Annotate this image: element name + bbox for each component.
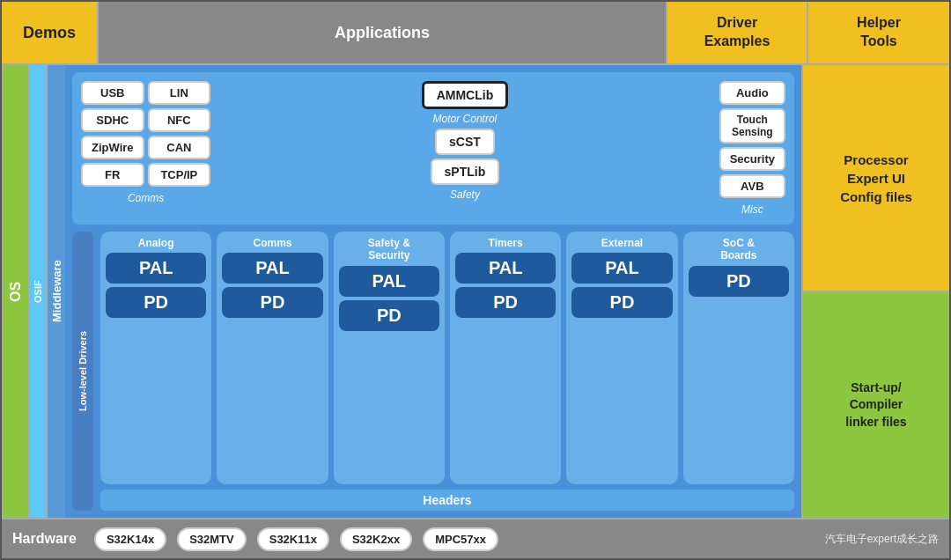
left-labels: OS OSIF Middleware <box>2 65 65 518</box>
top-row: Demos Applications DriverExamples Helper… <box>2 2 949 65</box>
misc-sublabel: Misc <box>719 203 785 216</box>
middleware-area: USB LIN SDHC NFC ZipWire CAN FR TCP/IP C… <box>72 72 794 225</box>
chip-s32mtv: S32MTV <box>177 527 247 551</box>
tcpip-box: TCP/IP <box>148 163 211 187</box>
startup-compiler-label: Start-up/Compilerlinker files <box>801 291 949 518</box>
applications-label: Applications <box>99 2 667 65</box>
demos-label: Demos <box>2 2 99 65</box>
hardware-label: Hardware <box>12 531 77 547</box>
driver-cards: Analog PAL PD Comms PAL PD Safety &S <box>100 232 794 484</box>
watermark: 汽车电子expert成长之路 <box>825 532 939 547</box>
nfc-box: NFC <box>148 108 211 132</box>
lowlevel-label: Low-level Drivers <box>72 232 93 511</box>
touch-sensing-box: TouchSensing <box>719 108 785 144</box>
safety-security-card: Safety &Security PAL PD <box>334 232 445 484</box>
middleware-label: Middleware <box>46 65 65 518</box>
soc-boards-card: SoC &Boards PD <box>683 232 794 484</box>
can-box: CAN <box>148 136 211 159</box>
timers-pal: PAL <box>455 253 556 284</box>
comms-group: USB LIN SDHC NFC ZipWire CAN FR TCP/IP C… <box>81 81 210 216</box>
comms-driver-title: Comms <box>253 237 291 249</box>
processor-expert-label: ProcessorExpert UIConfig files <box>801 65 949 291</box>
safety-security-title: Safety &Security <box>368 237 410 262</box>
external-card: External PAL PD <box>566 232 677 484</box>
comms-pal: PAL <box>222 253 322 284</box>
chip-mpc57xx: MPC57xx <box>423 527 498 551</box>
main-center: USB LIN SDHC NFC ZipWire CAN FR TCP/IP C… <box>65 65 801 518</box>
comms-sublabel: Comms <box>81 192 210 204</box>
soc-boards-pd: PD <box>689 266 789 297</box>
security-box: Security <box>719 147 785 171</box>
comms-pd: PD <box>222 287 322 318</box>
avb-box: AVB <box>719 174 785 198</box>
comms-card: Comms PAL PD <box>217 232 328 484</box>
safety-security-pd: PD <box>339 300 439 331</box>
lowlevel-outer: Low-level Drivers Analog PAL PD Comms PA… <box>72 232 794 511</box>
bottom-row: Hardware S32K14x S32MTV S32K11x S32K2xx … <box>2 518 949 558</box>
lin-box: LIN <box>148 81 211 105</box>
analog-title: Analog <box>138 237 174 249</box>
misc-group: Audio TouchSensing Security AVB Misc <box>719 81 785 216</box>
safety-sublabel: Safety <box>450 188 480 201</box>
right-panel: ProcessorExpert UIConfig files Start-up/… <box>801 65 949 518</box>
timers-title: Timers <box>489 237 523 249</box>
zipwire-box: ZipWire <box>81 136 144 159</box>
external-title: External <box>601 237 643 249</box>
main-wrapper: Demos Applications DriverExamples Helper… <box>0 0 951 560</box>
ammclib-box: AMMCLib <box>422 81 509 109</box>
driver-examples-label: DriverExamples <box>667 2 808 65</box>
os-label: OS <box>2 65 28 518</box>
external-pal: PAL <box>571 253 672 284</box>
usb-box: USB <box>81 81 144 105</box>
timers-card: Timers PAL PD <box>450 232 561 484</box>
chip-s32k2xx: S32K2xx <box>340 527 412 551</box>
analog-card: Analog PAL PD <box>100 232 211 484</box>
analog-pd: PD <box>106 287 206 318</box>
drivers-grid: Analog PAL PD Comms PAL PD Safety &S <box>100 232 794 511</box>
comms-grid: USB LIN SDHC NFC ZipWire CAN FR TCP/IP <box>81 81 210 187</box>
helper-tools-label: HelperTools <box>808 2 949 65</box>
scst-box: sCST <box>435 129 495 155</box>
sptlib-box: sPTLib <box>431 158 500 185</box>
middle-section: OS OSIF Middleware USB LIN SDHC NFC ZipW… <box>2 65 949 518</box>
sdhc-box: SDHC <box>81 108 144 132</box>
audio-box: Audio <box>719 81 785 105</box>
osif-label: OSIF <box>28 65 46 518</box>
safety-group: AMMCLib Motor Control sCST sPTLib Safety <box>422 81 509 216</box>
chip-s32k11x: S32K11x <box>257 527 329 551</box>
analog-pal: PAL <box>106 253 206 284</box>
soc-boards-title: SoC &Boards <box>720 237 756 262</box>
safety-security-pal: PAL <box>339 266 439 297</box>
chip-s32k14x: S32K14x <box>94 527 166 551</box>
headers-bar: Headers <box>100 490 794 511</box>
timers-pd: PD <box>455 287 556 318</box>
motor-label: Motor Control <box>433 113 498 125</box>
external-pd: PD <box>571 287 672 318</box>
misc-grid: Audio TouchSensing Security AVB <box>719 81 785 198</box>
fr-box: FR <box>81 163 144 187</box>
